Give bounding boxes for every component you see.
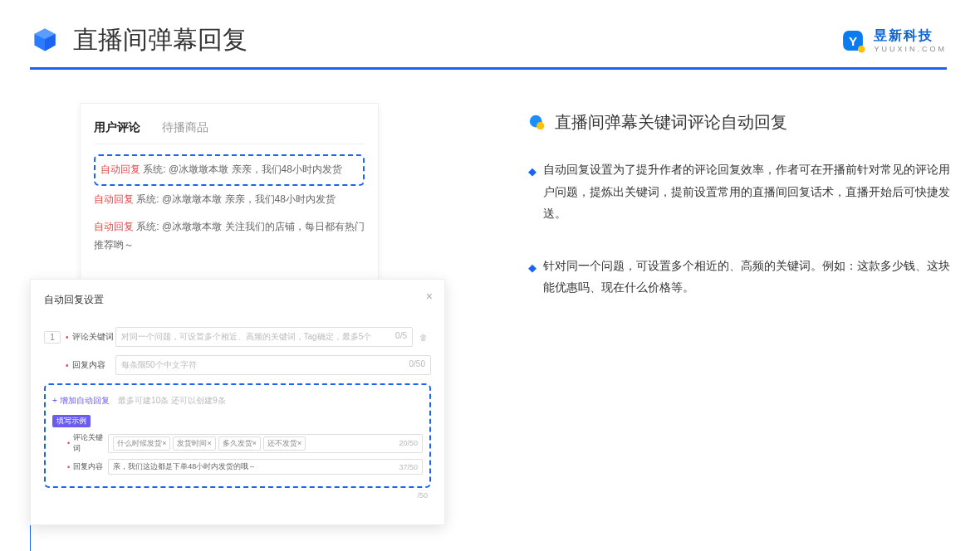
content-label: 回复内容 bbox=[72, 359, 115, 371]
auto-reply-label: 自动回复 bbox=[100, 163, 140, 175]
ex-keyword-input[interactable]: 什么时候发货× 发货时间× 多久发货× 还不发货× 20/50 bbox=[108, 434, 423, 453]
extra-counter: /50 bbox=[44, 491, 431, 500]
bullet-item: ◆ 针对同一个问题，可设置多个相近的、高频的关键词。例如：这款多少钱、这块能优惠… bbox=[528, 255, 950, 299]
trash-icon[interactable]: 🗑 bbox=[419, 333, 431, 342]
placeholder-text: 每条限50个中文字符 bbox=[121, 359, 197, 371]
comment-text: 系统: @冰墩墩本墩 亲亲，我们48小时内发货 bbox=[136, 193, 336, 205]
page-title: 直播间弹幕回复 bbox=[73, 23, 247, 57]
bullet-text: 针对同一个问题，可设置多个相近的、高频的关键词。例如：这款多少钱、这块能优惠吗、… bbox=[543, 255, 950, 299]
tab-user-comments[interactable]: 用户评论 bbox=[94, 117, 147, 144]
required-dot: • bbox=[67, 439, 70, 447]
keyword-tag[interactable]: 发货时间× bbox=[173, 436, 215, 451]
ex-keyword-label: 评论关键词 bbox=[73, 432, 108, 454]
keyword-tag[interactable]: 多久发货× bbox=[218, 436, 261, 451]
add-note: 最多可建10条 还可以创建9条 bbox=[118, 396, 225, 405]
comment-text: 系统: @冰墩墩本墩 亲亲，我们48小时内发货 bbox=[143, 163, 342, 175]
logo-sub-text: YUUXIN.COM bbox=[874, 45, 947, 53]
svg-text:Y: Y bbox=[849, 33, 857, 47]
required-dot: • bbox=[66, 361, 69, 370]
required-dot: • bbox=[67, 463, 70, 471]
brand-logo: Y 昱新科技 YUUXIN.COM bbox=[839, 27, 947, 55]
comment-item: 自动回复 系统: @冰墩墩本墩 亲亲，我们48小时内发货 bbox=[94, 186, 365, 214]
tab-pending-products[interactable]: 待播商品 bbox=[162, 117, 215, 144]
section-title-text: 直播间弹幕关键词评论自动回复 bbox=[555, 111, 787, 134]
placeholder-text: 对同一个问题，可设置多个相近、高频的关键词，Tag确定，最多5个 bbox=[121, 331, 372, 343]
svg-point-5 bbox=[858, 45, 865, 52]
comment-panel: 用户评论 待播商品 自动回复 系统: @冰墩墩本墩 亲亲，我们48小时内发货 自… bbox=[80, 103, 379, 293]
index-badge: 1 bbox=[44, 331, 61, 344]
auto-reply-label: 自动回复 bbox=[94, 193, 134, 205]
keyword-label: 评论关键词 bbox=[72, 331, 115, 343]
ex-content-label: 回复内容 bbox=[73, 461, 108, 472]
diamond-icon: ◆ bbox=[528, 258, 537, 279]
close-icon[interactable]: × bbox=[426, 290, 433, 303]
add-auto-reply-link[interactable]: + 增加自动回复 bbox=[52, 396, 110, 405]
required-dot: • bbox=[66, 333, 69, 342]
bullet-item: ◆ 自动回复设置为了提升作者的评论回复效率，作者可在开播前针对常见的评论用户问题… bbox=[528, 158, 950, 225]
comment-item: 自动回复 系统: @冰墩墩本墩 关注我们的店铺，每日都有热门推荐哟～ bbox=[94, 213, 365, 259]
settings-panel: 自动回复设置 × 1 • 评论关键词 对同一个问题，可设置多个相近、高频的关键词… bbox=[30, 279, 445, 525]
keyword-counter: 0/5 bbox=[395, 331, 407, 343]
ex-content-counter: 37/50 bbox=[399, 463, 418, 471]
bullet-text: 自动回复设置为了提升作者的评论回复效率，作者可在开播前针对常见的评论用户问题，提… bbox=[543, 158, 950, 225]
auto-reply-label: 自动回复 bbox=[94, 221, 134, 232]
example-box: + 增加自动回复 最多可建10条 还可以创建9条 填写示例 • 评论关键词 什么… bbox=[44, 383, 431, 488]
svg-point-7 bbox=[537, 122, 544, 129]
keyword-tag[interactable]: 什么时候发货× bbox=[113, 436, 170, 451]
comment-item-highlighted: 自动回复 系统: @冰墩墩本墩 亲亲，我们48小时内发货 bbox=[94, 154, 365, 186]
chat-bubble-icon bbox=[528, 114, 546, 132]
logo-main-text: 昱新科技 bbox=[874, 27, 947, 45]
comment-text: 系统: @冰墩墩本墩 关注我们的店铺，每日都有热门推荐哟～ bbox=[94, 221, 365, 251]
ex-content-input[interactable]: 亲，我们这边都是下单48小时内发货的哦～ 37/50 bbox=[108, 459, 423, 475]
keyword-input[interactable]: 对同一个问题，可设置多个相近、高频的关键词，Tag确定，最多5个 0/5 bbox=[115, 327, 413, 347]
content-input[interactable]: 每条限50个中文字符 0/50 bbox=[115, 355, 431, 375]
settings-title: 自动回复设置 bbox=[44, 294, 104, 305]
diamond-icon: ◆ bbox=[528, 162, 537, 183]
content-counter: 0/50 bbox=[409, 359, 425, 371]
ex-content-text: 亲，我们这边都是下单48小时内发货的哦～ bbox=[113, 461, 256, 472]
ex-kw-counter: 20/50 bbox=[399, 439, 418, 447]
section-title-row: 直播间弹幕关键词评论自动回复 bbox=[528, 111, 950, 134]
keyword-tag[interactable]: 还不发货× bbox=[263, 436, 306, 451]
cube-icon bbox=[30, 26, 60, 56]
example-badge: 填写示例 bbox=[52, 415, 91, 427]
